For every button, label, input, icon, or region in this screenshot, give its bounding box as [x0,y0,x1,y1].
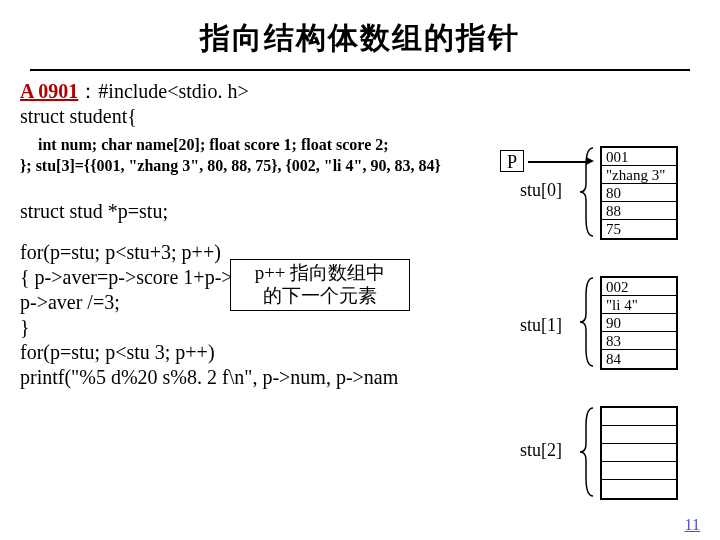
include-line: ：#include<stdio. h> [78,80,248,102]
mem-cell: 83 [602,332,676,350]
slide-title: 指向结构体数组的指针 [30,0,690,71]
mem-cell: 88 [602,202,676,220]
mem-cell [602,408,676,426]
mem-table-2 [600,406,678,500]
mem-cell [602,480,676,498]
stu1-label: stu[1] [520,315,562,336]
mem-cell: 90 [602,314,676,332]
struct-decl: struct student{ [20,104,700,129]
pointer-decl: struct stud *p=stu; [20,199,700,224]
brace-icon [578,146,598,238]
program-label: A 0901 [20,80,78,102]
page-number: 11 [685,516,700,534]
stu0-label: stu[0] [520,180,562,201]
mem-cell: 75 [602,220,676,238]
mem-cell: "li 4" [602,296,676,314]
mem-cell [602,426,676,444]
brace-icon [578,276,598,368]
for5-line: for(p=stu; p<stu 3; p++) [20,340,700,365]
annotation-box: p++ 指向数组中 的下一个元素 [230,259,410,311]
annotation-line1: p++ 指向数组中 [237,262,403,285]
for4-line: } [20,315,700,340]
mem-cell: 001 [602,148,676,166]
mem-cell: 80 [602,184,676,202]
mem-table-1: 002 "li 4" 90 83 84 [600,276,678,370]
init-line: }; stu[3]={{001, "zhang 3", 80, 88, 75},… [20,156,700,177]
stu2-label: stu[2] [520,440,562,461]
pointer-p-box: P [500,150,524,172]
mem-table-0: 001 "zhang 3" 80 88 75 [600,146,678,240]
brace-icon [578,406,598,498]
mem-cell [602,444,676,462]
mem-cell: "zhang 3" [602,166,676,184]
mem-cell: 002 [602,278,676,296]
for6-line: printf("%5 d%20 s%8. 2 f\n", p->num, p->… [20,365,700,390]
mem-cell: 84 [602,350,676,368]
program-line-1: A 0901：#include<stdio. h> [20,79,700,104]
mem-cell [602,462,676,480]
annotation-line2: 的下一个元素 [237,285,403,308]
